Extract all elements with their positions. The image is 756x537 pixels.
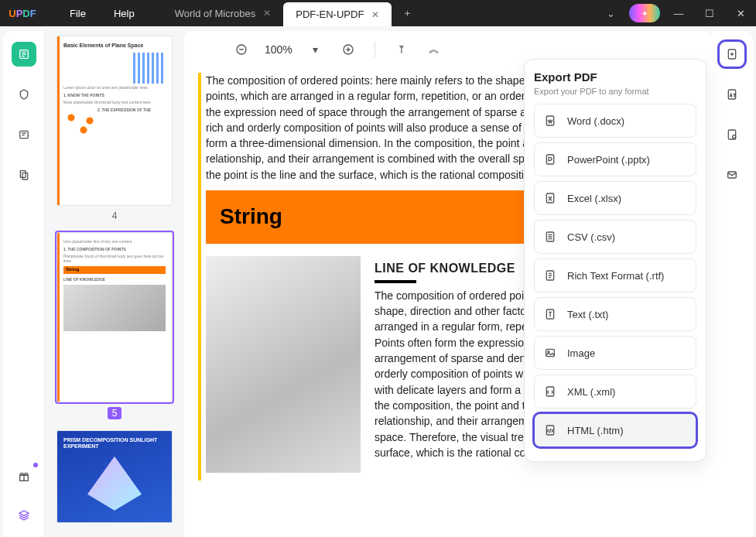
page-number: 4 <box>112 210 118 221</box>
left-toolbar <box>3 31 45 537</box>
export-label: Word (.docx) <box>567 115 624 127</box>
edit-text-button[interactable] <box>12 122 36 147</box>
minimize-button[interactable]: — <box>663 8 694 19</box>
thumb-section: 1. KNOW THE POINTS <box>63 93 166 97</box>
export-label: CSV (.csv) <box>567 231 615 243</box>
word-icon <box>544 115 558 127</box>
thumbnail-page-5[interactable]: Intro placeholder line of tiny text cont… <box>56 232 173 402</box>
figure-image <box>206 256 361 473</box>
title-bar: UPDF File Help World of Microbes ✕ PDF-E… <box>0 0 756 26</box>
ai-badge[interactable]: ✦ <box>629 4 660 22</box>
export-excel[interactable]: Excel (.xlsx) <box>534 181 696 215</box>
organize-pages-button[interactable] <box>12 162 36 187</box>
xml-icon <box>544 385 558 398</box>
app-logo: UPDF <box>0 0 45 26</box>
thumb-heading: String <box>63 266 166 274</box>
close-window-button[interactable]: ✕ <box>725 8 756 19</box>
text-icon <box>544 308 558 320</box>
export-label: Rich Text Format (.rtf) <box>567 270 664 282</box>
close-icon[interactable]: ✕ <box>371 9 379 20</box>
export-html[interactable]: HTML (.htm) <box>534 413 696 447</box>
rtf-icon <box>544 269 558 282</box>
pdf-a-button[interactable] <box>720 82 744 107</box>
main-menu: File Help <box>45 0 162 26</box>
menu-file[interactable]: File <box>70 8 86 19</box>
gift-icon[interactable] <box>12 464 36 489</box>
maximize-button[interactable]: ☐ <box>694 8 725 19</box>
thumbnail-panel: Basic Elements of Plane Space Lorem ipsu… <box>45 26 184 537</box>
export-label: Text (.txt) <box>567 309 608 320</box>
html-icon <box>544 424 558 436</box>
tab-strip: World of Microbes ✕ PDF-EN-UPDF ✕ ＋ <box>162 0 595 26</box>
image-icon <box>544 347 558 359</box>
tab-pdf-en-updf[interactable]: PDF-EN-UPDF ✕ <box>283 2 392 26</box>
csv-icon <box>544 231 558 243</box>
new-tab-button[interactable]: ＋ <box>392 0 422 26</box>
thumb-section: 1. THE COMPOSITION OF POINTS <box>63 247 166 251</box>
right-toolbar <box>711 31 753 537</box>
export-image[interactable]: Image <box>534 336 696 370</box>
annotate-button[interactable] <box>12 82 36 107</box>
layers-icon[interactable] <box>12 503 36 528</box>
zoom-dropdown-icon[interactable]: ▾ <box>306 43 325 56</box>
export-rtf[interactable]: Rich Text Format (.rtf) <box>534 258 696 292</box>
main-area: Basic Elements of Plane Space Lorem ipsu… <box>0 26 756 537</box>
svg-rect-13 <box>546 155 553 164</box>
zoom-in-button[interactable] <box>339 43 357 56</box>
export-word[interactable]: Word (.docx) <box>534 104 696 138</box>
collapse-up-icon[interactable]: ︽ <box>425 43 443 56</box>
title-bar-right: ⌄ ✦ — ☐ ✕ <box>595 0 756 26</box>
thumb-subhead: LINE OF KNOWLEDGE <box>63 277 166 282</box>
export-powerpoint[interactable]: PowerPoint (.pptx) <box>534 142 696 176</box>
tab-world-of-microbes[interactable]: World of Microbes ✕ <box>162 0 284 26</box>
export-xml[interactable]: XML (.xml) <box>534 375 696 409</box>
zoom-out-button[interactable] <box>232 43 251 56</box>
panel-subtitle: Export your PDF to any format <box>534 87 696 96</box>
chevron-down-icon[interactable]: ⌄ <box>595 8 626 19</box>
thumb-title: PRISM DECOMPOSITION SUNLIGHT EXPERIMENT <box>63 437 166 450</box>
thumbnail-page-6[interactable]: PRISM DECOMPOSITION SUNLIGHT EXPERIMENT <box>56 430 173 523</box>
menu-help[interactable]: Help <box>114 8 135 19</box>
export-text[interactable]: Text (.txt) <box>534 297 696 331</box>
export-label: HTML (.htm) <box>567 425 623 436</box>
svg-rect-2 <box>20 171 26 178</box>
export-pdf-button[interactable] <box>720 42 744 67</box>
reader-mode-button[interactable] <box>12 42 36 67</box>
excel-icon <box>544 192 558 204</box>
thumb-title: Basic Elements of Plane Space <box>63 43 166 48</box>
svg-rect-18 <box>546 349 555 356</box>
export-label: XML (.xml) <box>567 386 615 398</box>
thumbnail-page-4[interactable]: Basic Elements of Plane Space Lorem ipsu… <box>56 36 173 206</box>
tab-label: PDF-EN-UPDF <box>296 9 364 20</box>
export-pdf-panel: Export PDF Export your PDF to any format… <box>524 59 706 462</box>
scroll-top-icon[interactable]: ⤒ <box>392 43 411 56</box>
tab-label: World of Microbes <box>175 8 256 19</box>
page-number-selected: 5 <box>108 407 122 419</box>
mail-button[interactable] <box>720 162 744 187</box>
export-label: Excel (.xlsx) <box>567 193 621 204</box>
export-label: Image <box>567 347 595 359</box>
zoom-level[interactable]: 100% <box>265 43 292 56</box>
export-label: PowerPoint (.pptx) <box>567 154 650 166</box>
export-csv[interactable]: CSV (.csv) <box>534 220 696 254</box>
close-icon[interactable]: ✕ <box>263 8 271 19</box>
protect-pdf-button[interactable] <box>720 122 744 147</box>
panel-title: Export PDF <box>534 70 696 84</box>
powerpoint-icon <box>544 153 558 166</box>
